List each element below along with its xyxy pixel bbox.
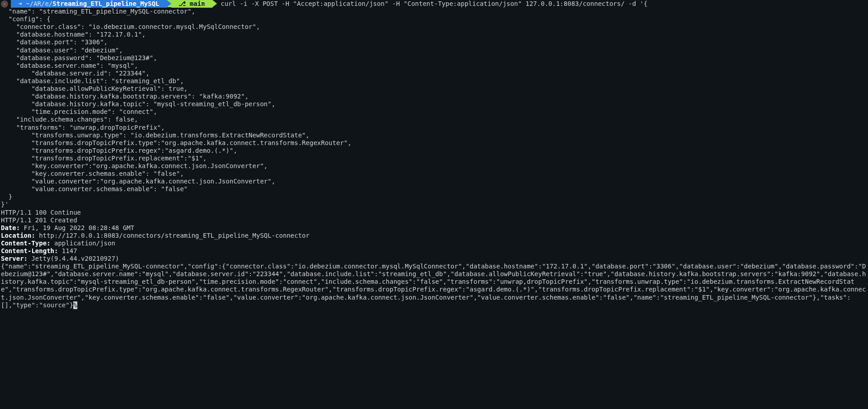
request-body-line: "transforms.unwrap.type": "io.debezium.t…: [1, 132, 867, 139]
header-value: http://127.0.0.1:8083/connectors/streami…: [35, 232, 310, 239]
request-body-line: "database.include.list": "streaming_etl_…: [1, 77, 867, 85]
request-body-line: "connector.class": "io.debezium.connecto…: [1, 23, 867, 31]
request-body-line: "database.password": "Debezium@123#",: [1, 54, 867, 62]
http-created-line: HTTP/1.1 201 Created: [1, 216, 867, 224]
request-body-line: "database.server.id": "223344",: [1, 70, 867, 77]
ubuntu-icon: [1, 0, 8, 8]
header-key: Location:: [1, 232, 35, 239]
git-branch-icon: ⎇: [179, 0, 186, 7]
request-body-line: "name": "streaming_ETL_pipeline_MySQL-co…: [1, 8, 867, 15]
prompt-path-segment: ➜ ~/AR/e/Streaming_ETL_pipeline_MySQL: [11, 0, 167, 8]
request-body-line: "config": {: [1, 15, 867, 23]
response-body-block: {"name":"streaming_ETL_pipeline_MySQL-co…: [1, 263, 867, 309]
prompt-line: ➜ ~/AR/e/Streaming_ETL_pipeline_MySQL ⎇ …: [1, 0, 867, 8]
header-value: 1147: [58, 247, 77, 254]
powerline-arrow-icon: [212, 0, 217, 7]
cursor-icon: %: [73, 301, 77, 309]
header-key: Content-Type:: [1, 240, 51, 247]
request-body-line: "database.server.name": "mysql",: [1, 62, 867, 70]
prompt-git-segment: ⎇ main: [171, 0, 212, 8]
header-key: Content-Length:: [1, 247, 58, 254]
header-location: Location: http://127.0.0.1:8083/connecto…: [1, 232, 867, 240]
request-body-line: }': [1, 201, 867, 208]
request-body-line: "database.hostname": "172.17.0.1",: [1, 31, 867, 38]
request-body-line: "database.history.kafka.bootstrap.server…: [1, 93, 867, 100]
request-body-line: "transforms.dropTopicPrefix.type":"org.a…: [1, 139, 867, 147]
request-body-line: "database.port": "3306",: [1, 38, 867, 46]
request-body-line: "transforms.dropTopicPrefix.replacement"…: [1, 155, 867, 162]
header-date: Date: Fri, 19 Aug 2022 08:28:48 GMT: [1, 224, 867, 232]
header-content-type: Content-Type: application/json: [1, 240, 867, 247]
prompt-path-highlight: Streaming_ETL_pipeline_MySQL: [52, 0, 159, 7]
header-server: Server: Jetty(9.4.44.v20210927): [1, 255, 867, 263]
header-key: Date:: [1, 224, 20, 231]
powerline-arrow-icon: [167, 0, 171, 7]
command-text: curl -i -X POST -H "Accept:application/j…: [221, 0, 647, 7]
github-icon: [175, 0, 179, 7]
header-content-length: Content-Length: 1147: [1, 247, 867, 255]
prompt-path-prefix: ➜ ~/AR/e/: [14, 0, 52, 7]
request-body-line: "key.converter.schemas.enable": "false",: [1, 170, 867, 178]
header-value: application/json: [51, 240, 115, 247]
request-body-line: "time.precision.mode": "connect",: [1, 108, 867, 116]
request-body-line: "key.converter":"org.apache.kafka.connec…: [1, 162, 867, 170]
request-body-line: "transforms.dropTopicPrefix.regex":"asga…: [1, 147, 867, 155]
request-body-line: "value.converter.schemas.enable": "false…: [1, 185, 867, 193]
git-branch-name: main: [186, 0, 209, 7]
header-key: Server:: [1, 255, 28, 262]
request-body-line: "database.history.kafka.topic": "mysql-s…: [1, 100, 867, 108]
terminal-screen[interactable]: ➜ ~/AR/e/Streaming_ETL_pipeline_MySQL ⎇ …: [0, 0, 868, 409]
request-body-line: "transforms": "unwrap,dropTopicPrefix",: [1, 124, 867, 132]
http-continue-line: HTTP/1.1 100 Continue: [1, 209, 867, 216]
response-body-text: {"name":"streaming_ETL_pipeline_MySQL-co…: [1, 263, 866, 308]
request-body-line: }: [1, 193, 867, 201]
header-value: Jetty(9.4.44.v20210927): [28, 255, 119, 262]
header-value: Fri, 19 Aug 2022 08:28:48 GMT: [20, 224, 134, 231]
request-body-line: "include.schema.changes": false,: [1, 116, 867, 123]
request-body-block: "name": "streaming_ETL_pipeline_MySQL-co…: [1, 8, 867, 208]
request-body-line: "database.allowPublicKeyRetrieval": true…: [1, 85, 867, 93]
request-body-line: "database.user": "debezium",: [1, 47, 867, 54]
request-body-line: "value.converter":"org.apache.kafka.conn…: [1, 178, 867, 185]
